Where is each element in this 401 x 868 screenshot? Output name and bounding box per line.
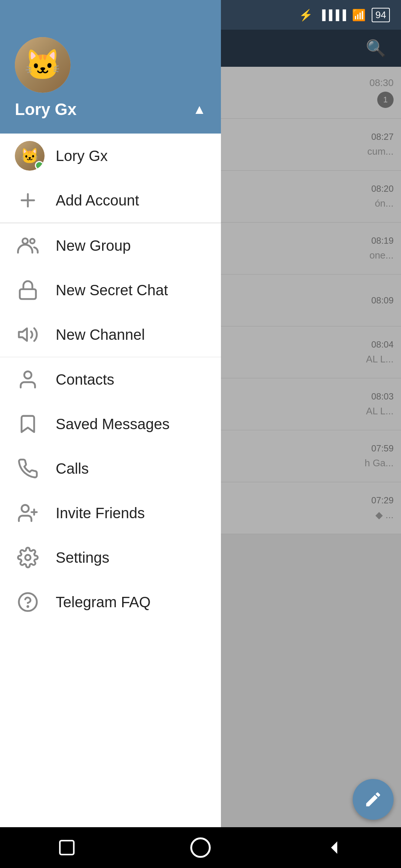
calls-icon xyxy=(15,456,41,481)
calls-label: Calls xyxy=(56,460,89,477)
svg-point-2 xyxy=(23,239,28,244)
svg-marker-5 xyxy=(19,328,27,341)
add-account-label: Add Account xyxy=(56,192,139,209)
calls-item[interactable]: Calls xyxy=(0,446,221,491)
invite-friends-item[interactable]: Invite Friends xyxy=(0,491,221,535)
account-avatar: 🐱 xyxy=(15,141,45,171)
settings-item[interactable]: Settings xyxy=(0,535,221,580)
new-group-item[interactable]: New Group xyxy=(0,223,221,268)
settings-label: Settings xyxy=(56,549,110,566)
new-secret-chat-icon xyxy=(15,277,41,303)
contacts-label: Contacts xyxy=(56,371,114,388)
nav-back-button[interactable] xyxy=(319,833,349,862)
status-bar-right: ⚡ ▐▐▐▐ 📶 94 xyxy=(299,8,390,22)
nav-home-button[interactable] xyxy=(186,833,215,862)
new-channel-label: New Channel xyxy=(56,326,145,343)
telegram-faq-label: Telegram FAQ xyxy=(56,594,151,611)
account-name: Lory Gx xyxy=(56,148,108,164)
new-secret-chat-item[interactable]: New Secret Chat xyxy=(0,268,221,312)
nav-recent-apps-button[interactable] xyxy=(52,833,82,862)
new-group-icon xyxy=(15,233,41,259)
online-indicator xyxy=(35,161,44,170)
contacts-icon xyxy=(15,366,41,392)
navigation-drawer: 🐱 Lory Gx ▲ 🐱 Lory Gx Add Account xyxy=(0,0,221,868)
svg-point-6 xyxy=(24,371,31,378)
menu-group-1: New Group New Secret Chat New Channel xyxy=(0,223,221,357)
wifi-icon: 📶 xyxy=(352,9,366,22)
svg-marker-15 xyxy=(331,841,338,854)
battery-level: 94 xyxy=(375,9,386,20)
svg-rect-4 xyxy=(20,289,36,299)
signal-icon: ▐▐▐▐ xyxy=(319,9,346,21)
new-secret-chat-label: New Secret Chat xyxy=(56,282,168,299)
compose-fab[interactable] xyxy=(353,779,394,820)
contacts-item[interactable]: Contacts xyxy=(0,357,221,402)
invite-friends-icon xyxy=(15,500,41,526)
drawer-profile-avatar[interactable]: 🐱 xyxy=(15,37,71,93)
menu-group-2: Contacts Saved Messages Calls xyxy=(0,357,221,624)
svg-point-14 xyxy=(191,838,210,857)
battery-indicator: 94 xyxy=(372,8,390,22)
bottom-navigation xyxy=(0,827,401,868)
new-group-label: New Group xyxy=(56,237,131,254)
new-channel-item[interactable]: New Channel xyxy=(0,312,221,357)
svg-point-3 xyxy=(30,239,35,243)
add-account-item[interactable]: Add Account xyxy=(0,178,221,223)
svg-point-7 xyxy=(22,505,29,512)
telegram-faq-item[interactable]: Telegram FAQ xyxy=(0,580,221,624)
current-account-item[interactable]: 🐱 Lory Gx xyxy=(0,134,221,178)
add-account-icon xyxy=(15,187,41,213)
telegram-faq-icon xyxy=(15,589,41,615)
bluetooth-icon: ⚡ xyxy=(299,9,313,22)
saved-messages-icon xyxy=(15,411,41,437)
account-section: 🐱 Lory Gx Add Account xyxy=(0,134,221,223)
svg-point-10 xyxy=(25,555,31,560)
drawer-user-name: Lory Gx xyxy=(15,100,206,119)
saved-messages-label: Saved Messages xyxy=(56,416,170,433)
settings-icon xyxy=(15,545,41,571)
svg-rect-13 xyxy=(60,841,74,855)
drawer-header: 🐱 Lory Gx ▲ xyxy=(0,0,221,134)
drawer-overlay[interactable] xyxy=(215,0,401,868)
new-channel-icon xyxy=(15,322,41,348)
saved-messages-item[interactable]: Saved Messages xyxy=(0,402,221,446)
invite-friends-label: Invite Friends xyxy=(56,505,145,522)
drawer-chevron-icon[interactable]: ▲ xyxy=(193,102,206,117)
